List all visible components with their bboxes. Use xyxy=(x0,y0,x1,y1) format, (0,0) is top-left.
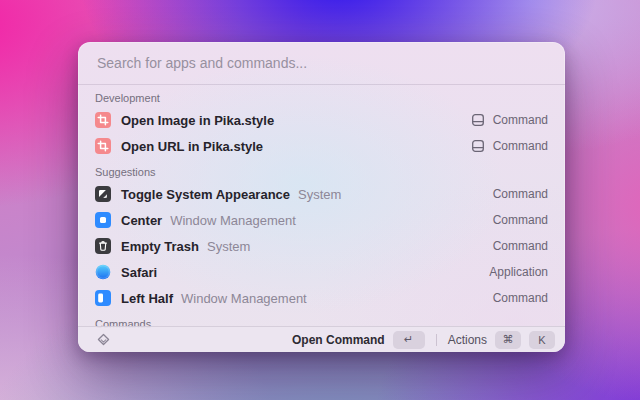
actions-button[interactable]: Actions xyxy=(448,333,487,347)
k-key-badge: K xyxy=(529,331,555,349)
item-title: Empty Trash xyxy=(121,239,199,254)
section-label: Suggestions xyxy=(86,165,557,179)
empty-trash-icon xyxy=(95,238,111,254)
pika-icon xyxy=(95,112,111,128)
raycast-logo-icon xyxy=(95,332,111,348)
footer-separator xyxy=(436,334,437,346)
item-accessory-type: Command xyxy=(493,291,548,305)
item-title: Center xyxy=(121,213,162,228)
list-item[interactable]: Empty TrashSystemCommand xyxy=(86,233,557,259)
command-window-icon xyxy=(471,113,485,127)
command-key-badge: ⌘ xyxy=(495,331,521,349)
item-accessory-type: Command xyxy=(493,139,548,153)
item-title: Left Half xyxy=(121,291,173,306)
item-subtitle: Window Management xyxy=(170,213,296,228)
section-label: Development xyxy=(86,91,557,105)
item-subtitle: System xyxy=(298,187,341,202)
launcher-window: DevelopmentOpen Image in Pika.styleComma… xyxy=(78,42,565,352)
item-accessory-type: Command xyxy=(493,187,548,201)
item-title: Open Image in Pika.style xyxy=(121,113,274,128)
item-accessory-type: Command xyxy=(493,239,548,253)
list-item[interactable]: Open URL in Pika.styleCommand xyxy=(86,133,557,159)
return-key-badge: ↵ xyxy=(393,331,425,349)
footer-bar: Open Command ↵ Actions ⌘ K xyxy=(78,326,565,352)
search-bar xyxy=(78,42,565,85)
item-subtitle: System xyxy=(207,239,250,254)
center-window-icon xyxy=(95,212,111,228)
safari-icon xyxy=(95,264,111,280)
command-window-icon xyxy=(471,139,485,153)
item-accessory-type: Application xyxy=(489,265,548,279)
list-item[interactable]: Open Image in Pika.styleCommand xyxy=(86,107,557,133)
list-item[interactable]: Toggle System AppearanceSystemCommand xyxy=(86,181,557,207)
list-item[interactable]: SafariApplication xyxy=(86,259,557,285)
item-subtitle: Window Management xyxy=(181,291,307,306)
appearance-toggle-icon xyxy=(95,186,111,202)
item-title: Open URL in Pika.style xyxy=(121,139,263,154)
item-title: Toggle System Appearance xyxy=(121,187,290,202)
list-item[interactable]: CenterWindow ManagementCommand xyxy=(86,207,557,233)
results-list: DevelopmentOpen Image in Pika.styleComma… xyxy=(78,85,565,352)
open-command-button[interactable]: Open Command xyxy=(292,333,385,347)
item-accessory-type: Command xyxy=(493,213,548,227)
search-input[interactable] xyxy=(95,54,548,72)
item-accessory-type: Command xyxy=(493,113,548,127)
item-title: Safari xyxy=(121,265,157,280)
left-half-icon xyxy=(95,290,111,306)
list-item[interactable]: Left HalfWindow ManagementCommand xyxy=(86,285,557,311)
pika-icon xyxy=(95,138,111,154)
